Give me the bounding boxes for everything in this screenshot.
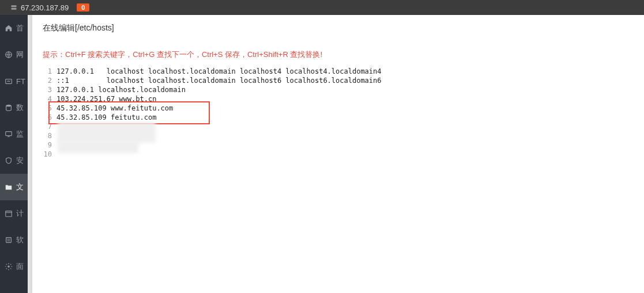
line-content[interactable]: 127.0.0.1 localhost localhost.localdomai… <box>57 67 634 76</box>
notification-badge[interactable]: 0 <box>77 3 89 12</box>
calendar-icon <box>5 210 13 218</box>
sidebar-label: 面 <box>16 261 24 272</box>
sidebar-label: 安 <box>16 155 24 166</box>
editor-line[interactable]: 3127.0.0.1 localhost.localdomain <box>43 85 634 94</box>
sidebar-item-db[interactable]: 数 <box>0 94 28 121</box>
globe-icon <box>5 51 13 59</box>
line-content[interactable]: 45.32.85.109 feitutu.com <box>57 113 634 122</box>
sidebar-item-package[interactable]: 软 <box>0 227 28 253</box>
sidebar-item-shield[interactable]: 安 <box>0 147 28 174</box>
sidebar-label: 软 <box>16 235 24 245</box>
svg-rect-1 <box>12 8 17 10</box>
sidebar-label: FT <box>16 77 25 86</box>
modal-overlay: 在线编辑[/etc/hosts] 提示：Ctrl+F 搜索关键字，Ctrl+G … <box>28 15 644 293</box>
sidebar-label: 网 <box>16 50 24 60</box>
topbar: 67.230.187.89 0 <box>0 0 644 15</box>
editor-line[interactable]: 545.32.85.109 www.feitutu.com <box>43 104 634 113</box>
line-number: 9 <box>43 140 57 150</box>
line-number: 4 <box>43 94 57 104</box>
topbar-server-ip: 67.230.187.89 0 <box>0 3 89 12</box>
line-number: 7 <box>43 122 57 131</box>
line-number: 10 <box>43 150 57 159</box>
code-editor[interactable]: 1127.0.0.1 localhost localhost.localdoma… <box>43 67 634 159</box>
editor-line[interactable]: 645.32.85.109 feitutu.com <box>43 113 634 122</box>
editor-line[interactable]: 2::1 localhost localhost.localdomain loc… <box>43 76 634 85</box>
redaction-2 <box>58 140 138 153</box>
server-icon <box>10 4 17 11</box>
sidebar-item-folder[interactable]: 文 <box>0 174 28 200</box>
redaction-1 <box>58 122 156 143</box>
folder-icon <box>5 183 13 191</box>
sidebar-label: 计 <box>16 208 24 219</box>
line-number: 5 <box>43 104 57 113</box>
sidebar-item-monitor[interactable]: 监 <box>0 121 28 147</box>
sidebar-label: 文 <box>16 182 24 192</box>
sidebar-label: 首 <box>16 23 24 33</box>
editor-line[interactable]: 4103.224.251.67 www.bt.cn <box>43 94 634 104</box>
sidebar: 首网FT数监安文计软面 <box>0 15 28 293</box>
db-icon <box>5 104 13 112</box>
line-content[interactable]: 103.224.251.67 www.bt.cn <box>57 94 634 104</box>
line-number: 2 <box>43 76 57 85</box>
sidebar-item-calendar[interactable]: 计 <box>0 200 28 227</box>
svg-rect-0 <box>12 5 17 7</box>
package-icon <box>5 236 13 244</box>
sidebar-item-gear[interactable]: 面 <box>0 253 28 280</box>
home-icon <box>5 24 13 32</box>
shield-icon <box>5 157 13 165</box>
ftp-icon <box>5 77 13 85</box>
line-content[interactable]: ::1 localhost localhost.localdomain loca… <box>57 76 634 85</box>
sidebar-label: 数 <box>16 102 24 113</box>
svg-rect-5 <box>6 132 12 136</box>
svg-rect-8 <box>7 238 10 241</box>
monitor-icon <box>5 130 13 138</box>
line-number: 6 <box>43 113 57 122</box>
ip-text: 67.230.187.89 <box>21 3 69 12</box>
editor-line[interactable]: 1127.0.0.1 localhost localhost.localdoma… <box>43 67 634 76</box>
svg-point-9 <box>7 265 10 268</box>
line-number: 1 <box>43 67 57 76</box>
line-content[interactable]: 45.32.85.109 www.feitutu.com <box>57 104 634 113</box>
line-content[interactable]: 127.0.0.1 localhost.localdomain <box>57 85 634 94</box>
line-number: 3 <box>43 85 57 94</box>
modal-title: 在线编辑[/etc/hosts] <box>32 15 644 39</box>
svg-rect-6 <box>6 211 12 217</box>
sidebar-item-home[interactable]: 首 <box>0 15 28 41</box>
editor-modal: 在线编辑[/etc/hosts] 提示：Ctrl+F 搜索关键字，Ctrl+G … <box>32 15 644 293</box>
sidebar-item-globe[interactable]: 网 <box>0 41 28 68</box>
gear-icon <box>5 262 13 271</box>
sidebar-item-ftp[interactable]: FT <box>0 68 28 94</box>
line-number: 8 <box>43 131 57 140</box>
editor-hint: 提示：Ctrl+F 搜索关键字，Ctrl+G 查找下一个，Ctrl+S 保存，C… <box>32 39 644 67</box>
svg-point-4 <box>6 105 12 107</box>
sidebar-label: 监 <box>16 129 24 139</box>
